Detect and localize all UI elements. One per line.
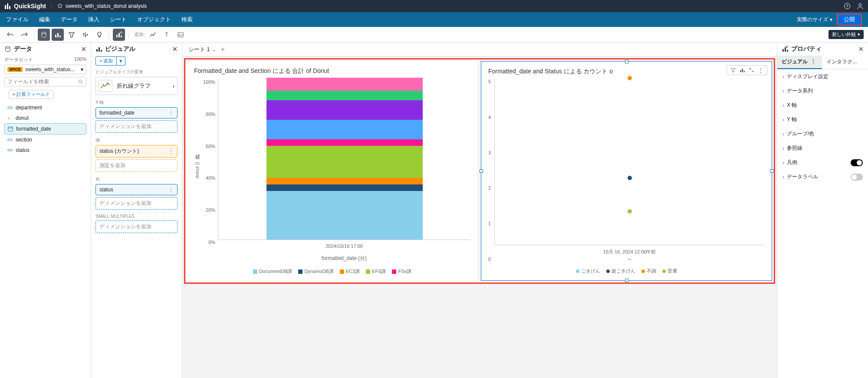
analysis-title[interactable]: sweets_with_status_donut analysis xyxy=(57,3,147,9)
visual-type-selector[interactable]: 折れ線グラフ › xyxy=(95,77,178,95)
value-well[interactable]: status (カウント)⋮ xyxy=(95,145,178,158)
dataset-dropdown[interactable]: SPICE sweets_with_status... ▾ xyxy=(4,65,86,74)
add-text-button[interactable]: T xyxy=(161,29,173,41)
chart1-xvalue: 2024/10/16 17:00 xyxy=(218,240,470,249)
resize-handle-w[interactable] xyxy=(480,169,483,173)
menu-data[interactable]: データ xyxy=(61,16,78,23)
add-image-button[interactable] xyxy=(174,29,187,41)
field-donut[interactable]: #donut xyxy=(4,113,86,123)
menu-insert[interactable]: 挿入 xyxy=(88,16,99,23)
legend-toggle[interactable] xyxy=(851,159,863,166)
search-input[interactable] xyxy=(7,79,78,85)
close-visual-panel[interactable]: ✕ xyxy=(172,46,178,53)
publish-button[interactable]: 公開 xyxy=(837,13,862,26)
add-label: 追加: xyxy=(134,31,145,38)
bar-segment xyxy=(266,184,423,191)
menu-edit[interactable]: 編集 xyxy=(39,16,50,23)
legend-item[interactable]: DocumentDB課 xyxy=(253,268,292,275)
value-add[interactable]: 測定を追加 xyxy=(95,159,178,172)
svg-rect-35 xyxy=(787,50,788,52)
menu-file[interactable]: ファイル xyxy=(6,16,29,23)
parameters-button[interactable] xyxy=(79,29,92,41)
insights-button[interactable] xyxy=(93,29,105,41)
prop-tab-interaction[interactable]: インタラク... xyxy=(822,56,861,69)
field-formatted_date[interactable]: formatted_date xyxy=(4,123,86,135)
svg-rect-2 xyxy=(9,6,10,9)
help-icon[interactable]: ? xyxy=(844,3,851,10)
field-section[interactable]: section xyxy=(4,135,86,145)
drag-handle-icon[interactable]: ═ xyxy=(494,255,765,262)
filter-button[interactable] xyxy=(66,29,78,41)
add-visual-button[interactable]: + 追加 xyxy=(95,56,117,66)
actual-size-dropdown[interactable]: 実際のサイズ ▾ xyxy=(797,16,832,23)
svg-text:?: ? xyxy=(846,4,848,8)
close-data-panel[interactable]: ✕ xyxy=(81,46,86,53)
svg-rect-0 xyxy=(5,5,6,9)
chart-props-icon[interactable] xyxy=(740,67,745,73)
prop-tab-visual[interactable]: ビジュアル ⋮ xyxy=(777,56,822,69)
legend-item[interactable]: 普通 xyxy=(662,268,677,274)
menu-object[interactable]: オブジェクト xyxy=(137,16,171,23)
chart2-legend: ごきげん超ごきげん不調普通 xyxy=(488,262,765,274)
chart2-xvalue: 10月 16, 2024 12:00午前 xyxy=(494,245,765,255)
legend-item[interactable]: 不調 xyxy=(641,268,656,274)
legend-item[interactable]: EFS課 xyxy=(366,268,386,275)
chart-menu-icon[interactable]: ⋮ xyxy=(758,67,763,73)
menu-search[interactable]: 検索 xyxy=(181,16,193,23)
dataset-label: データセット xyxy=(4,56,33,63)
svg-rect-7 xyxy=(55,35,56,37)
legend-item[interactable]: 超ごきげん xyxy=(606,268,635,274)
prop-section-0[interactable]: ›ディスプレイ設定 xyxy=(777,69,868,84)
svg-point-16 xyxy=(120,32,122,33)
add-line-button[interactable] xyxy=(147,29,159,41)
database-icon xyxy=(4,46,11,53)
legend-item[interactable]: DynamoDB課 xyxy=(298,268,333,275)
chart-filter-icon[interactable] xyxy=(730,67,736,73)
prop-section-5[interactable]: ›参照線 xyxy=(777,141,868,155)
visual-toggle[interactable] xyxy=(52,29,64,41)
prop-section-3[interactable]: ›Y 軸 xyxy=(777,112,868,127)
close-properties-panel[interactable]: ✕ xyxy=(858,46,864,53)
datalabel-toggle[interactable] xyxy=(851,174,863,181)
legend-item[interactable]: EC2課 xyxy=(340,268,360,275)
prop-section-4[interactable]: ›グループ/色 xyxy=(777,127,868,141)
chart-scatter[interactable]: ⋮ Formatted_date and Status による カウント o 5… xyxy=(481,61,772,281)
xaxis-add[interactable]: ディメンションを追加 xyxy=(95,120,178,133)
xaxis-well[interactable]: formatted_date⋮ xyxy=(95,107,178,118)
prop-section-1[interactable]: ›データ系列 xyxy=(777,84,868,98)
prop-section-2[interactable]: ›X 軸 xyxy=(777,98,868,112)
small-multiples-add[interactable]: ディメンションを追加 xyxy=(95,220,178,233)
data-toggle[interactable] xyxy=(38,29,50,41)
field-search[interactable] xyxy=(4,77,86,86)
bar-segment xyxy=(266,146,423,178)
menu-sheet[interactable]: シート xyxy=(110,16,127,23)
chart1-ylabel: donut (合計) xyxy=(194,162,201,178)
legend-item[interactable]: ごきげん xyxy=(576,268,600,274)
add-visual-dropdown[interactable]: ▾ xyxy=(117,56,125,66)
prop-section-6[interactable]: ›凡例 xyxy=(777,155,868,170)
field-status[interactable]: status xyxy=(4,145,86,155)
svg-rect-27 xyxy=(96,49,98,52)
chart-stacked-bar[interactable]: Formatted_date and Section による 合計 of Don… xyxy=(187,61,477,281)
sheet-tab-1[interactable]: シート 1 ⌄ xyxy=(188,46,217,53)
redo-button[interactable] xyxy=(18,29,30,41)
calc-field-button[interactable]: + 計算フィールド xyxy=(9,90,54,99)
field-department[interactable]: department xyxy=(4,102,86,113)
resize-handle-n[interactable] xyxy=(625,60,628,63)
user-icon[interactable] xyxy=(857,3,864,10)
brand-logo[interactable]: QuickSight xyxy=(4,3,46,10)
prop-section-7[interactable]: ›データラベル xyxy=(777,170,868,184)
chart-expand-icon[interactable] xyxy=(749,67,754,73)
legend-item[interactable]: FSx課 xyxy=(392,268,411,275)
color-well[interactable]: status⋮ xyxy=(95,184,178,195)
svg-point-6 xyxy=(42,32,46,34)
highlighted-region: Formatted_date and Section による 合計 of Don… xyxy=(184,58,775,284)
add-sheet-button[interactable]: + xyxy=(221,46,225,53)
resize-handle-e[interactable] xyxy=(770,169,773,173)
new-look-badge[interactable]: 新しい外観 ▾ xyxy=(829,30,864,39)
resize-handle-s[interactable] xyxy=(625,279,628,282)
scatter-point xyxy=(628,76,632,80)
properties-toggle[interactable] xyxy=(113,29,125,41)
color-add[interactable]: ディメンションを追加 xyxy=(95,197,178,210)
undo-button[interactable] xyxy=(4,29,16,41)
